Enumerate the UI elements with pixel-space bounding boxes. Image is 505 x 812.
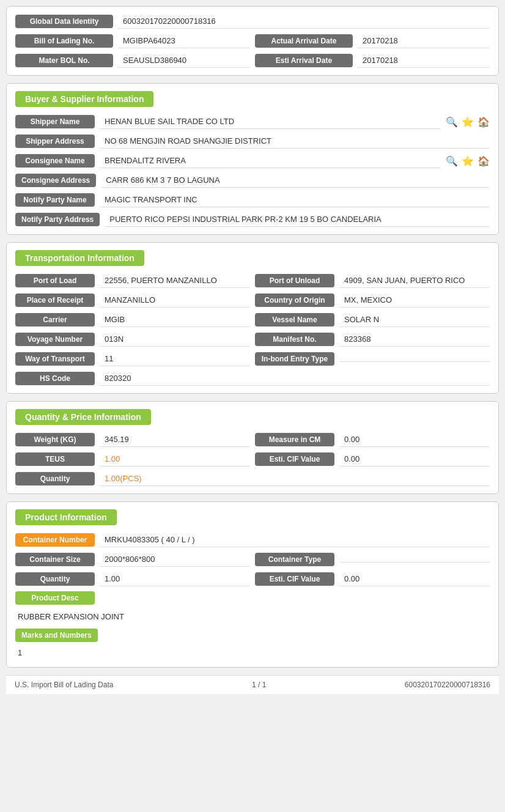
- manifest-no-value: 823368: [339, 332, 490, 347]
- pi-esti-cif-label: Esti. CIF Value: [255, 572, 334, 586]
- qp-quantity-value: 1.00(PCS): [100, 471, 490, 486]
- country-of-origin-label: Country of Origin: [255, 293, 334, 307]
- buyer-supplier-header: Buyer & Supplier Information: [15, 91, 153, 107]
- product-info-header: Product Information: [15, 509, 117, 525]
- mater-bol-label: Mater BOL No.: [15, 54, 113, 67]
- way-of-transport-label: Way of Transport: [15, 352, 95, 366]
- shipper-icons: 🔍 ⭐ 🏠: [446, 116, 490, 128]
- weight-kg-label: Weight (KG): [15, 433, 95, 446]
- qp-quantity-label: Quantity: [15, 472, 95, 485]
- consignee-icons: 🔍 ⭐ 🏠: [446, 155, 490, 167]
- container-number-label: Container Number: [15, 533, 95, 547]
- page-wrapper: Global Data Identity 6003201702200007183…: [0, 0, 505, 700]
- port-of-unload-value: 4909, SAN JUAN, PUERTO RICO: [339, 273, 490, 288]
- product-desc-value: RUBBER EXPANSION JOINT: [15, 608, 490, 622]
- teus-value: 1.00: [100, 452, 250, 467]
- shipper-name-row: Shipper Name HENAN BLUE SAIL TRADE CO LT…: [15, 114, 490, 129]
- notify-party-name-row: Notify Party Name MAGIC TRANSPORT INC: [15, 193, 490, 207]
- port-of-load-value: 22556, PUERTO MANZANILLO: [100, 273, 250, 288]
- shipper-star-icon[interactable]: ⭐: [462, 116, 474, 128]
- consignee-address-label: Consignee Address: [15, 174, 96, 187]
- notify-party-name-value: MAGIC TRANSPORT INC: [100, 193, 490, 207]
- place-of-receipt-value: MANZANILLO: [100, 293, 250, 308]
- footer-center: 1 / 1: [252, 681, 266, 689]
- quantity-price-card: Quantity & Price Information Weight (KG)…: [6, 401, 499, 494]
- global-data-value: 600320170220000718316: [118, 14, 490, 29]
- transportation-header: Transportation Information: [15, 250, 144, 266]
- vessel-name-label: Vessel Name: [255, 313, 334, 327]
- footer-right: 600320170220000718316: [405, 681, 490, 689]
- product-desc-label: Product Desc: [15, 591, 95, 605]
- actual-arrival-value: 20170218: [358, 34, 490, 48]
- place-of-receipt-label: Place of Receipt: [15, 293, 95, 307]
- shipper-search-icon[interactable]: 🔍: [446, 116, 458, 128]
- measure-cm-label: Measure in CM: [255, 433, 334, 446]
- shipper-name-label: Shipper Name: [15, 115, 95, 128]
- measure-cm-value: 0.00: [339, 432, 490, 447]
- pi-quantity-value: 1.00: [100, 572, 250, 586]
- inbond-entry-type-value: [339, 356, 490, 362]
- carrier-label: Carrier: [15, 313, 95, 327]
- vessel-name-value: SOLAR N: [339, 312, 490, 327]
- identity-card: Global Data Identity 6003201702200007183…: [6, 6, 499, 76]
- actual-arrival-label: Actual Arrival Date: [255, 34, 353, 48]
- shipper-home-icon[interactable]: 🏠: [477, 116, 490, 128]
- global-data-label: Global Data Identity: [15, 15, 113, 28]
- esti-arrival-label: Esti Arrival Date: [255, 54, 353, 67]
- weight-kg-value: 345.19: [100, 432, 250, 447]
- bol-value: MGIBPA64023: [118, 34, 250, 48]
- shipper-name-value: HENAN BLUE SAIL TRADE CO LTD: [100, 114, 441, 129]
- shipper-address-row: Shipper Address NO 68 MENGJIN ROAD SHANG…: [15, 134, 490, 149]
- esti-cif-label: Esti. CIF Value: [255, 452, 334, 466]
- marks-numbers-label: Marks and Numbers: [15, 629, 98, 642]
- bol-row: Bill of Lading No. MGIBPA64023 Actual Ar…: [15, 34, 490, 48]
- consignee-search-icon[interactable]: 🔍: [446, 155, 458, 167]
- port-of-load-label: Port of Load: [15, 274, 95, 287]
- way-of-transport-value: 11: [100, 352, 250, 366]
- esti-cif-value: 0.00: [339, 452, 490, 467]
- hs-code-value: 820320: [100, 371, 490, 386]
- consignee-name-label: Consignee Name: [15, 154, 95, 168]
- consignee-home-icon[interactable]: 🏠: [477, 155, 490, 167]
- consignee-name-row: Consignee Name BRENDALITZ RIVERA 🔍 ⭐ 🏠: [15, 153, 490, 168]
- hs-code-label: HS Code: [15, 372, 95, 385]
- voyage-number-value: 013N: [100, 332, 250, 347]
- notify-party-address-label: Notify Party Address: [15, 213, 100, 226]
- product-info-card: Product Information Container Number MRK…: [6, 501, 499, 668]
- notify-party-address-row: Notify Party Address PUERTO RICO PEPSI I…: [15, 212, 490, 227]
- marks-numbers-value: 1: [15, 646, 490, 660]
- container-number-value: MRKU4083305 ( 40 / L / ): [100, 533, 490, 547]
- shipper-address-label: Shipper Address: [15, 135, 95, 148]
- global-data-row: Global Data Identity 6003201702200007183…: [15, 14, 490, 29]
- quantity-price-header: Quantity & Price Information: [15, 409, 151, 425]
- mater-bol-value: SEAUSLD386940: [118, 53, 250, 68]
- inbond-entry-type-label: In-bond Entry Type: [255, 352, 334, 366]
- page-footer: U.S. Import Bill of Lading Data 1 / 1 60…: [6, 675, 499, 694]
- container-size-label: Container Size: [15, 553, 95, 566]
- consignee-name-value: BRENDALITZ RIVERA: [100, 153, 441, 168]
- voyage-number-label: Voyage Number: [15, 333, 95, 346]
- pi-quantity-label: Quantity: [15, 572, 95, 586]
- country-of-origin-value: MX, MEXICO: [339, 293, 490, 308]
- consignee-address-row: Consignee Address CARR 686 KM 3 7 BO LAG…: [15, 173, 490, 188]
- manifest-no-label: Manifest No.: [255, 333, 334, 346]
- shipper-address-value: NO 68 MENGJIN ROAD SHANGJIE DISTRICT: [100, 134, 490, 149]
- container-size-value: 2000*806*800: [100, 552, 250, 567]
- transportation-card: Transportation Information Port of Load …: [6, 242, 499, 394]
- container-type-label: Container Type: [255, 553, 334, 566]
- consignee-address-value: CARR 686 KM 3 7 BO LAGUNA: [101, 173, 490, 188]
- bol-label: Bill of Lading No.: [15, 34, 113, 48]
- qp-quantity-row: Quantity 1.00(PCS): [15, 471, 490, 486]
- port-of-unload-label: Port of Unload: [255, 274, 334, 287]
- notify-party-address-value: PUERTO RICO PEPSI INDUSTRIAL PARK PR-2 K…: [105, 212, 490, 227]
- consignee-star-icon[interactable]: ⭐: [462, 155, 474, 167]
- pi-esti-cif-value: 0.00: [339, 572, 490, 586]
- teus-label: TEUS: [15, 452, 95, 466]
- container-number-row: Container Number MRKU4083305 ( 40 / L / …: [15, 533, 490, 547]
- notify-party-name-label: Notify Party Name: [15, 193, 95, 207]
- buyer-supplier-card: Buyer & Supplier Information Shipper Nam…: [6, 83, 499, 235]
- hs-code-row: HS Code 820320: [15, 371, 490, 386]
- esti-arrival-value: 20170218: [358, 53, 490, 68]
- carrier-value: MGIB: [100, 312, 250, 327]
- footer-left: U.S. Import Bill of Lading Data: [15, 681, 113, 689]
